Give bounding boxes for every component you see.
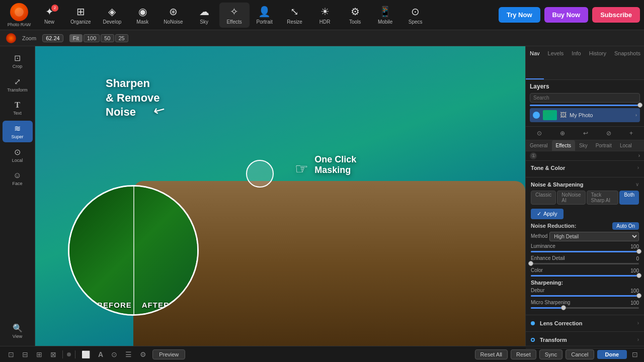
method-select[interactable]: High Detail Normal bbox=[549, 232, 639, 241]
layer-ctrl-3[interactable]: ↩ bbox=[581, 129, 590, 138]
overlay-icon[interactable]: ⊟ bbox=[20, 349, 30, 359]
enhance-handle[interactable] bbox=[528, 261, 533, 266]
noise-tab-both[interactable]: Both bbox=[619, 191, 639, 205]
preview-button[interactable]: Preview bbox=[152, 349, 185, 359]
fit-50-button[interactable]: 50 bbox=[101, 34, 114, 42]
debur-handle[interactable] bbox=[636, 293, 641, 298]
lens-correction-header[interactable]: Lens Correction › bbox=[531, 318, 639, 328]
apply-button[interactable]: ✓ Apply bbox=[531, 209, 564, 219]
tab-history[interactable]: History bbox=[585, 46, 610, 79]
dev-tab-local[interactable]: Local bbox=[616, 140, 636, 151]
fit-100-button[interactable]: 100 bbox=[84, 34, 100, 42]
sidebar-tool-local[interactable]: ⊙ Local bbox=[3, 144, 33, 166]
layer-ctrl-4[interactable]: ⊘ bbox=[604, 129, 613, 138]
one-click-line2: Masking bbox=[314, 165, 356, 175]
toolbar-item-develop[interactable]: ◈ Develop bbox=[97, 3, 128, 28]
tab-info[interactable]: Info bbox=[568, 46, 585, 79]
toolbar-item-portrait[interactable]: 👤 Portrait bbox=[250, 3, 280, 28]
layer-ctrl-5[interactable]: + bbox=[627, 129, 635, 138]
sidebar-tool-view[interactable]: 🔍 View bbox=[3, 320, 33, 342]
app-logo[interactable]: Photo RAW bbox=[4, 1, 34, 29]
tab-snapshots[interactable]: Snapshots bbox=[610, 46, 644, 79]
noise-tab-nonoise[interactable]: NoNoise AI bbox=[557, 191, 585, 205]
color-slider[interactable] bbox=[531, 275, 639, 277]
face-label: Face bbox=[12, 181, 22, 186]
circle-icon[interactable]: ⊙ bbox=[109, 349, 119, 359]
sidebar-tool-crop[interactable]: ⊡ Crop bbox=[3, 50, 33, 72]
grid-icon[interactable]: ⊠ bbox=[48, 349, 58, 359]
tone-color-title: Tone & Color bbox=[531, 165, 565, 171]
crop-view-icon[interactable]: ⊡ bbox=[6, 349, 16, 359]
noise-sharpening-header[interactable]: Noise & Sharpening ∨ bbox=[531, 180, 639, 189]
reset-all-button[interactable]: Reset All bbox=[475, 349, 508, 359]
noise-tab-classic[interactable]: Classic bbox=[531, 191, 556, 205]
toolbar-item-mask[interactable]: ◉ Mask bbox=[127, 3, 157, 28]
transform-header[interactable]: Transform › bbox=[531, 335, 639, 345]
text-icon-2[interactable]: A bbox=[96, 349, 105, 359]
subscribe-button[interactable]: Subscribe bbox=[592, 7, 640, 23]
auto-on-button[interactable]: Auto On bbox=[612, 222, 639, 230]
micro-slider[interactable] bbox=[531, 307, 639, 309]
toolbar-item-effects[interactable]: ✧ Effects bbox=[219, 3, 250, 28]
tab-nav[interactable]: Nav bbox=[526, 46, 544, 79]
toolbar-item-sky[interactable]: ☁ Sky bbox=[189, 3, 219, 28]
sharpening-subsection: Sharpening: Debur 100 bbox=[531, 280, 639, 309]
micro-slider-row bbox=[531, 307, 639, 309]
sidebar-tool-transform[interactable]: ⤢ Transform bbox=[3, 74, 33, 96]
dev-tab-sky[interactable]: Sky bbox=[575, 140, 592, 151]
toolbar-item-tools[interactable]: ⚙ Tools bbox=[340, 3, 370, 28]
toolbar-item-new[interactable]: ✦ New 2 bbox=[34, 3, 64, 28]
toolbar-item-resize[interactable]: ⤡ Resize bbox=[280, 3, 310, 28]
guides-icon[interactable]: ⊞ bbox=[34, 349, 44, 359]
dot-nav[interactable] bbox=[67, 352, 71, 356]
layer-visibility-toggle[interactable] bbox=[533, 112, 540, 119]
dev-tab-portrait[interactable]: Portrait bbox=[592, 140, 616, 151]
mask-icon: ◉ bbox=[138, 6, 147, 18]
toolbar-item-organize[interactable]: ⊞ Organize bbox=[64, 3, 97, 28]
toolbar-item-hdr[interactable]: ☀ HDR bbox=[310, 3, 340, 28]
toolbar-item-mobile[interactable]: 📱 Mobile bbox=[370, 3, 400, 28]
toolbar-item-nonoise[interactable]: ⊛ NoNoise bbox=[157, 3, 189, 28]
zoom-value[interactable]: 62.24 bbox=[42, 34, 63, 42]
expand-icon[interactable]: ⊡ bbox=[632, 350, 638, 358]
tone-color-header[interactable]: Tone & Color › bbox=[531, 164, 639, 172]
opacity-handle[interactable] bbox=[637, 103, 642, 108]
layers-opacity-slider[interactable] bbox=[530, 105, 640, 106]
try-now-button[interactable]: Try Now bbox=[499, 7, 540, 23]
layers-search-input[interactable] bbox=[530, 93, 640, 103]
toolbar-resize-label: Resize bbox=[287, 19, 302, 25]
section-collapse-all[interactable]: › bbox=[638, 153, 640, 158]
sync-button[interactable]: Sync bbox=[539, 349, 562, 359]
color-slider-section: Color 100 bbox=[531, 267, 639, 277]
enhance-slider[interactable] bbox=[531, 263, 639, 264]
dev-tab-general[interactable]: General bbox=[526, 140, 552, 151]
layers-icon[interactable]: ☰ bbox=[123, 349, 134, 359]
done-button[interactable]: Done bbox=[597, 350, 627, 359]
tab-levels[interactable]: Levels bbox=[544, 46, 568, 79]
sidebar-tool-text[interactable]: T Text bbox=[3, 98, 33, 119]
settings-icon-2[interactable]: ⚙ bbox=[138, 349, 148, 359]
layers-title: Layers bbox=[530, 83, 640, 90]
sidebar-tool-face[interactable]: ☺ Face bbox=[3, 168, 33, 189]
layer-ctrl-1[interactable]: ⊙ bbox=[535, 129, 544, 138]
fit-25-button[interactable]: 25 bbox=[115, 34, 128, 42]
layer-ctrl-2[interactable]: ⊕ bbox=[558, 129, 567, 138]
lens-correction-section: Lens Correction › bbox=[526, 315, 644, 332]
cancel-button[interactable]: Cancel bbox=[566, 349, 594, 359]
toolbar-item-specs[interactable]: ⊙ Specs bbox=[400, 3, 431, 28]
dev-tab-effects[interactable]: Effects bbox=[552, 140, 575, 151]
luminance-slider[interactable] bbox=[531, 251, 639, 252]
buy-now-button[interactable]: Buy Now bbox=[544, 7, 589, 23]
luminance-handle[interactable] bbox=[636, 249, 641, 254]
sidebar-tool-super[interactable]: ≋ Super bbox=[3, 121, 33, 142]
noise-tab-tack[interactable]: Tack Sharp AI bbox=[587, 191, 619, 205]
sky-icon: ☁ bbox=[199, 6, 209, 18]
method-label: Method bbox=[531, 233, 547, 239]
debur-slider[interactable] bbox=[531, 295, 639, 297]
micro-handle[interactable] bbox=[561, 305, 566, 310]
crop-icon-2[interactable]: ⬜ bbox=[79, 349, 92, 359]
color-handle[interactable] bbox=[636, 273, 641, 278]
layer-item[interactable]: 🖼 My Photo › bbox=[530, 108, 640, 122]
fit-button[interactable]: Fit bbox=[69, 34, 83, 42]
reset-button[interactable]: Reset bbox=[511, 349, 536, 359]
